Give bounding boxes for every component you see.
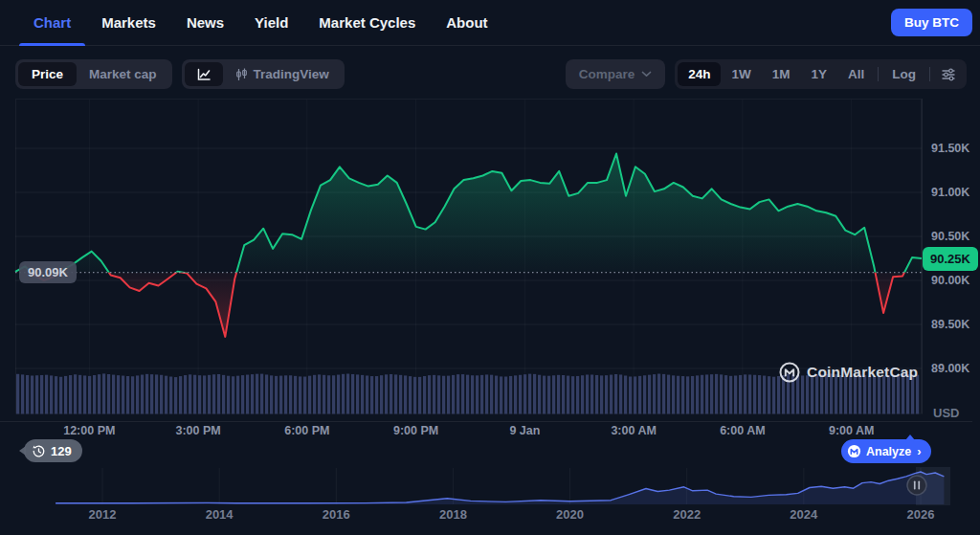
range-button-24h[interactable]: 24h (678, 62, 721, 86)
market-cap-toggle-button[interactable]: Market cap (77, 62, 169, 86)
log-scale-button[interactable]: Log (881, 62, 926, 86)
chart-page: Chart Markets News Yield Market Cycles A… (0, 0, 980, 535)
history-axis-label: 2020 (556, 507, 584, 522)
range-button-all[interactable]: All (837, 62, 875, 86)
line-chart-toggle-button[interactable] (185, 62, 223, 86)
history-count-label: 129 (51, 444, 72, 458)
tab-chart[interactable]: Chart (18, 0, 86, 46)
tab-market-cycles-label: Market Cycles (319, 14, 415, 31)
history-axis-label: 2018 (439, 507, 467, 522)
x-axis-label: 9:00 AM (829, 424, 874, 437)
chevron-right-icon: › (917, 444, 921, 458)
y-axis-label: 90.50K (931, 230, 969, 243)
analyze-button[interactable]: Analyze › (841, 439, 931, 463)
tab-news-label: News (187, 14, 224, 31)
divider (878, 67, 879, 81)
y-axis-label: 90.00K (931, 274, 969, 287)
tab-yield-label: Yield (255, 14, 288, 31)
price-axis-unit: USD (933, 406, 959, 420)
active-tab-underline (19, 43, 85, 46)
x-axis-label: 12:00 PM (63, 424, 115, 437)
chart-type-toggle: TradingView (182, 59, 345, 89)
y-axis-label: 91.50K (931, 142, 969, 155)
tab-market-cycles[interactable]: Market Cycles (303, 0, 431, 46)
history-axis-label: 2012 (89, 507, 117, 522)
divider (929, 67, 930, 81)
history-axis-label: 2026 (907, 507, 935, 522)
y-axis-label: 89.50K (931, 318, 969, 331)
coinmarketcap-logo-icon (847, 444, 861, 458)
x-axis-label: 6:00 AM (720, 424, 765, 437)
tab-news[interactable]: News (171, 0, 239, 46)
x-axis-label: 3:00 PM (175, 424, 220, 437)
tradingview-toggle-button[interactable]: TradingView (223, 62, 342, 86)
x-axis-label: 6:00 PM (284, 424, 329, 437)
coinmarketcap-watermark: CoinMarketCap (779, 362, 918, 383)
line-chart-icon (196, 68, 212, 81)
buy-btc-button[interactable]: Buy BTC (891, 9, 972, 36)
tab-chart-label: Chart (33, 14, 71, 31)
tab-yield[interactable]: Yield (239, 0, 303, 46)
chart-toolbar: Price Market cap TradingView C (15, 59, 967, 89)
history-count-badge[interactable]: 129 (24, 439, 82, 462)
range-button-1y[interactable]: 1Y (800, 62, 837, 86)
price-toggle-button[interactable]: Price (18, 62, 77, 86)
compare-label: Compare (579, 67, 635, 81)
sliders-icon (941, 68, 956, 81)
analyze-label: Analyze (866, 445, 911, 458)
x-axis-label: 9 Jan (509, 424, 540, 437)
range-drag-handle[interactable] (907, 476, 926, 495)
baseline-price-badge: 90.09K (19, 261, 77, 283)
history-axis-label: 2014 (206, 507, 234, 522)
tradingview-label: TradingView (254, 67, 329, 81)
range-button-1m[interactable]: 1M (762, 62, 801, 86)
price-marketcap-toggle: Price Market cap (15, 59, 172, 89)
time-range-selector: 24h 1W 1M 1Y All Log (675, 59, 967, 89)
price-area-gain (15, 154, 922, 337)
history-axis-label: 2016 (323, 507, 350, 522)
y-axis-label: 91.00K (931, 186, 969, 199)
range-button-1w[interactable]: 1W (721, 62, 761, 86)
coinmarketcap-logo-icon (779, 362, 800, 383)
tab-about[interactable]: About (431, 0, 502, 46)
tab-markets[interactable]: Markets (86, 0, 171, 46)
chart-settings-button[interactable] (933, 62, 964, 86)
watermark-label: CoinMarketCap (807, 364, 918, 381)
x-axis-label: 9:00 PM (393, 424, 438, 437)
history-clock-icon (32, 444, 46, 458)
compare-button[interactable]: Compare (566, 59, 666, 89)
tab-markets-label: Markets (101, 14, 156, 31)
tab-about-label: About (446, 14, 487, 31)
last-price-badge: 90.25K (923, 247, 978, 271)
history-axis-label: 2022 (673, 507, 701, 522)
top-navigation: Chart Markets News Yield Market Cycles A… (0, 0, 980, 46)
history-axis-label: 2024 (790, 507, 817, 522)
chevron-down-icon (641, 71, 652, 78)
x-axis-label: 3:00 AM (611, 424, 656, 437)
y-axis-label: 89.00K (931, 362, 969, 375)
candlestick-icon (235, 68, 248, 81)
